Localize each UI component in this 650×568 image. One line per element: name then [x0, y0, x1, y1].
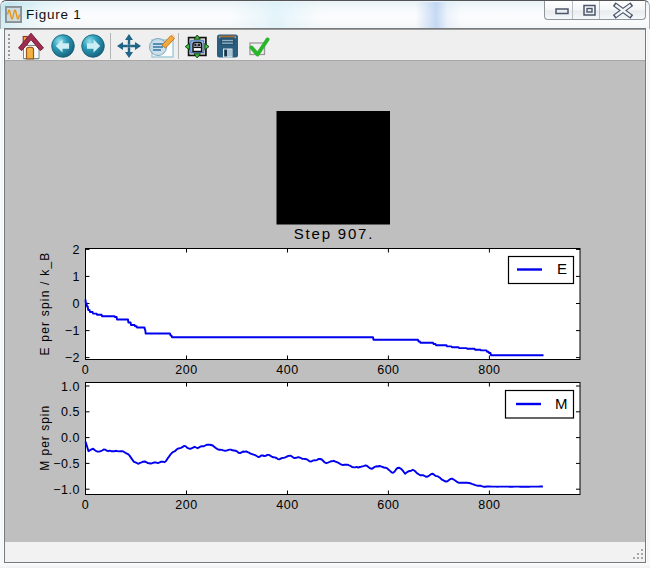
svg-text:200: 200: [175, 363, 197, 377]
svg-text:0: 0: [82, 363, 89, 377]
svg-text:600: 600: [377, 363, 399, 377]
svg-text:400: 400: [276, 363, 298, 377]
svg-text:1: 1: [73, 270, 80, 284]
svg-text:M per spin: M per spin: [38, 405, 52, 471]
svg-text:E per spin / k_B: E per spin / k_B: [38, 252, 52, 356]
svg-text:1.0: 1.0: [61, 380, 80, 394]
svg-text:−0.5: −0.5: [53, 457, 80, 471]
svg-text:200: 200: [175, 498, 197, 512]
svg-text:800: 800: [478, 498, 500, 512]
svg-text:0: 0: [82, 498, 89, 512]
svg-text:0.5: 0.5: [61, 405, 80, 419]
svg-text:−2: −2: [65, 351, 80, 365]
svg-text:−1: −1: [65, 324, 80, 338]
svg-text:0: 0: [73, 297, 80, 311]
svg-text:E: E: [557, 260, 567, 277]
svg-text:0.0: 0.0: [61, 431, 80, 445]
svg-text:M: M: [555, 395, 568, 412]
svg-text:400: 400: [276, 498, 298, 512]
svg-text:Step 907.: Step 907.: [294, 225, 374, 242]
svg-text:−1.0: −1.0: [53, 483, 80, 497]
svg-text:800: 800: [478, 363, 500, 377]
svg-text:600: 600: [377, 498, 399, 512]
svg-text:2: 2: [73, 243, 80, 257]
